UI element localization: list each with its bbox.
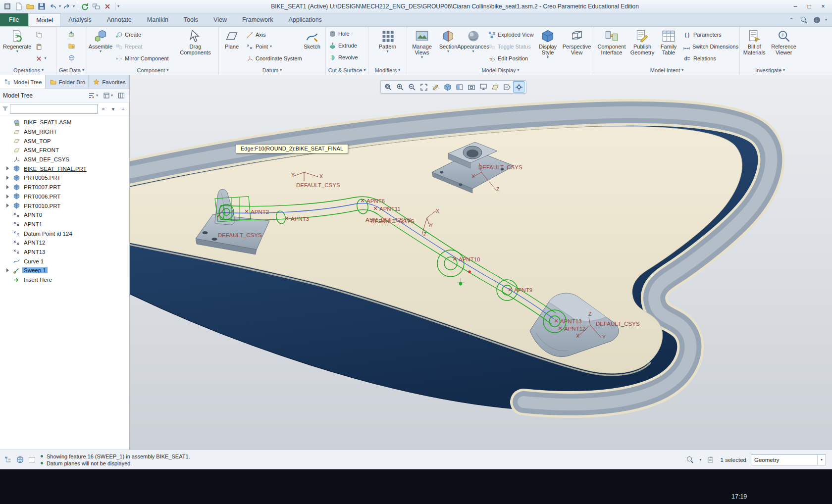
point-button[interactable]: Point xyxy=(244,41,300,52)
drag-components-button[interactable]: Drag Components xyxy=(173,28,217,65)
tree-item-datum-plane[interactable]: ASM_RIGHT xyxy=(0,127,129,137)
tab-analysis[interactable]: Analysis xyxy=(61,13,100,26)
undo-button[interactable] xyxy=(48,1,58,12)
tree-item-datum-plane[interactable]: ASM_TOP xyxy=(0,136,129,146)
tree-item-datum-point[interactable]: APNT0 xyxy=(0,210,129,220)
exploded-view-button[interactable]: Exploded View xyxy=(486,29,535,41)
expand-arrow-icon[interactable] xyxy=(6,268,9,272)
collapse-ribbon-icon[interactable]: ⌃ xyxy=(786,15,796,25)
repeat-button[interactable]: Repeat xyxy=(113,41,173,52)
tab-model-tree[interactable]: Model Tree xyxy=(0,75,46,89)
tree-item-sweep[interactable]: Sweep 1 xyxy=(0,266,129,275)
csys-label[interactable]: ASM_DEF_CSYS xyxy=(365,217,411,223)
tree-toggle-icon[interactable] xyxy=(3,455,13,465)
3d-scene[interactable]: DEFAULT_CSYS DEFAULT_CSYS DEFAULT_CSYS A… xyxy=(130,75,832,450)
add-filter-button[interactable]: + xyxy=(119,104,127,113)
new-file-button[interactable] xyxy=(13,1,24,12)
zoom-out-button[interactable] xyxy=(406,81,417,93)
message-area-icon[interactable] xyxy=(27,455,37,465)
csys-label[interactable]: DEFAULT_CSYS xyxy=(296,182,340,188)
group-label-get-data[interactable]: Get Data xyxy=(57,66,86,74)
tree-item-datum-point[interactable]: APNT12 xyxy=(0,238,129,248)
datum-point-label[interactable]: APNT10 xyxy=(459,256,480,262)
appearances-button[interactable]: Appearances xyxy=(461,28,486,65)
delete-button[interactable] xyxy=(33,52,49,64)
edit-position-button[interactable]: Edit Position xyxy=(486,52,535,64)
tree-item-datum-point[interactable]: APNT1 xyxy=(0,220,129,229)
family-table-button[interactable]: Family Table xyxy=(657,28,680,65)
regenerate-quick-button[interactable] xyxy=(79,1,90,12)
datum-point-label[interactable]: APNT9 xyxy=(514,287,532,293)
group-label-cut-surface[interactable]: Cut & Surface xyxy=(327,66,367,74)
tab-view[interactable]: View xyxy=(206,13,235,26)
group-label-modifiers[interactable]: Modifiers xyxy=(369,66,406,74)
tree-settings-button[interactable] xyxy=(102,91,114,101)
tree-item-csys[interactable]: ASM_DEF_CSYS xyxy=(0,155,129,164)
tree-filter-input[interactable] xyxy=(10,104,98,114)
web-browser-icon[interactable] xyxy=(15,455,25,465)
reference-viewer-button[interactable]: Reference Viewer xyxy=(768,28,799,65)
expand-arrow-icon[interactable] xyxy=(6,203,9,207)
assemble-button[interactable]: Assemble xyxy=(88,28,113,65)
annotation-display-button[interactable] xyxy=(501,81,513,93)
windows-button[interactable] xyxy=(91,1,102,12)
pattern-button[interactable]: Pattern xyxy=(376,28,400,65)
selection-filter-combo[interactable]: Geometry xyxy=(751,454,826,465)
coordinate-system-button[interactable]: Coordinate System xyxy=(244,52,300,64)
tree-item-part[interactable]: PRT0010.PRT xyxy=(0,201,129,210)
datum-point-label[interactable]: APNT2 xyxy=(251,209,269,215)
datum-display-button[interactable] xyxy=(489,81,501,93)
delete-dropdown-icon[interactable] xyxy=(45,56,47,60)
display-style-button[interactable] xyxy=(442,81,453,93)
undo-dropdown-icon[interactable] xyxy=(59,4,61,8)
tree-item-insert-here[interactable]: Insert Here xyxy=(0,275,129,285)
group-label-component[interactable]: Component xyxy=(88,66,217,74)
expand-arrow-icon[interactable] xyxy=(6,195,9,199)
copy-button[interactable] xyxy=(33,29,49,41)
tree-item-part[interactable]: PRT0005.PRT xyxy=(0,173,129,183)
redo-dropdown-icon[interactable] xyxy=(73,4,75,8)
hole-button[interactable]: Hole xyxy=(327,28,352,40)
tab-manikin[interactable]: Manikin xyxy=(140,13,176,26)
expand-arrow-icon[interactable] xyxy=(6,176,9,180)
saved-orientations-button[interactable] xyxy=(466,81,477,93)
zoom-in-button[interactable] xyxy=(394,81,406,93)
group-label-datum[interactable]: Datum xyxy=(220,66,324,74)
close-button[interactable]: × xyxy=(816,1,830,12)
customize-qat-icon[interactable] xyxy=(117,4,119,8)
tab-folder-browser[interactable]: Folder Bro xyxy=(46,75,89,89)
minimize-button[interactable]: – xyxy=(788,1,802,12)
regenerate-button[interactable]: Regenerate xyxy=(2,28,33,65)
perspective-view-button[interactable]: Perspective View xyxy=(561,28,593,65)
tree-columns-button[interactable] xyxy=(116,91,126,101)
datum-point-label[interactable]: APNT11 xyxy=(379,206,401,212)
zoom-region-button[interactable] xyxy=(382,81,394,93)
tree-item-part[interactable]: BIKE_SEAT_FINAL.PRT xyxy=(0,164,129,173)
combo-dropdown-icon[interactable] xyxy=(817,455,826,465)
group-label-model-intent[interactable]: Model Intent xyxy=(595,66,738,74)
close-window-button[interactable] xyxy=(102,1,113,12)
extrude-button[interactable]: Extrude xyxy=(327,40,359,51)
tree-item-datum-point[interactable]: Datum Point id 124 xyxy=(0,229,129,238)
maximize-button[interactable]: □ xyxy=(802,1,816,12)
tree-item-datum-plane[interactable]: ASM_FRONT xyxy=(0,146,129,155)
repaint-button[interactable] xyxy=(430,81,441,93)
search-icon[interactable] xyxy=(799,15,809,25)
graphics-area[interactable]: DEFAULT_CSYS DEFAULT_CSYS DEFAULT_CSYS A… xyxy=(130,75,832,450)
tree-item-datum-point[interactable]: APNT13 xyxy=(0,248,129,257)
csys-label[interactable]: DEFAULT_CSYS xyxy=(596,321,640,327)
find-tool-icon[interactable] xyxy=(685,455,695,465)
datum-point-label[interactable]: APNT3 xyxy=(291,216,309,222)
relations-button[interactable]: d=Relations xyxy=(681,52,738,64)
shrinkwrap-button[interactable] xyxy=(66,51,77,63)
group-label-investigate[interactable]: Investigate xyxy=(741,66,799,74)
point-dropdown-icon[interactable] xyxy=(270,45,272,49)
revolve-button[interactable]: Revolve xyxy=(327,51,360,63)
switch-dimensions-button[interactable]: Switch Dimensions xyxy=(681,41,738,52)
tree-item-curve[interactable]: Curve 1 xyxy=(0,256,129,266)
tab-framework[interactable]: Framework xyxy=(235,13,281,26)
manage-views-button[interactable]: Manage Views xyxy=(408,28,436,65)
csys-label[interactable]: DEFAULT_CSYS xyxy=(218,232,262,238)
tree-item-part[interactable]: PRT0007.PRT xyxy=(0,183,129,192)
find-dropdown-icon[interactable] xyxy=(700,458,702,462)
